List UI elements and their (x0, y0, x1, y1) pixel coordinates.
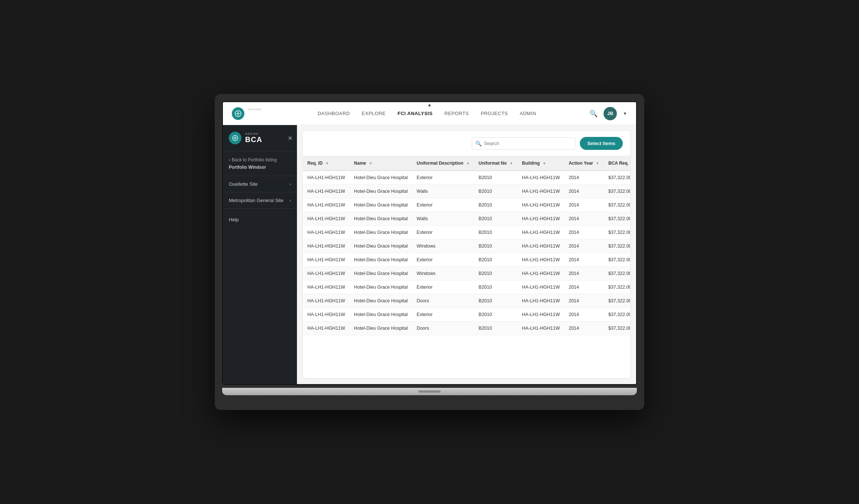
cell-action-year: 2014 (564, 198, 604, 212)
cell-bca-cost: $37,322.00 (604, 308, 630, 322)
sidebar-logo-bca: BCA (245, 135, 262, 144)
cell-name: Hotel-Dieu Grace Hospital (350, 198, 412, 212)
nav-admin[interactable]: ADMIN (520, 111, 536, 116)
cell-uniformat-desc: Walls (412, 185, 474, 198)
sort-icon: ▼ (596, 161, 599, 165)
cell-building: HA-LH1-HGH11W (518, 212, 564, 226)
nav-explore[interactable]: EXPLORE (362, 111, 386, 116)
nav-projects[interactable]: PROJECTS (481, 111, 508, 116)
cell-name: Hotel-Dieu Grace Hospital (350, 212, 412, 226)
table-row[interactable]: HA-LH1-HGH11W Hotel-Dieu Grace Hospital … (303, 185, 630, 198)
chevron-right-icon: › (290, 182, 291, 187)
table-row[interactable]: HA-LH1-HGH11W Hotel-Dieu Grace Hospital … (303, 198, 630, 212)
table-row[interactable]: HA-LH1-HGH11W Hotel-Dieu Grace Hospital … (303, 253, 630, 267)
sidebar: NADINE BCA ✕ ‹Back to Portfolio listing … (223, 125, 297, 384)
cell-name: Hotel-Dieu Grace Hospital (350, 185, 412, 198)
cell-action-year: 2014 (564, 322, 604, 335)
cell-req-id: HA-LH1-HGH11W (303, 198, 350, 212)
cell-req-id: HA-LH1-HGH11W (303, 212, 350, 226)
cell-bca-cost: $37,322.00 (604, 185, 630, 198)
cell-uniformat-no: B2010 (474, 239, 518, 253)
cell-building: HA-LH1-HGH11W (518, 239, 564, 253)
cell-bca-cost: $37,322.00 (604, 322, 630, 335)
sort-icon: ▼ (325, 161, 329, 165)
search-icon[interactable]: 🔍 (589, 110, 598, 118)
cell-name: Hotel-Dieu Grace Hospital (350, 226, 412, 239)
col-name[interactable]: Name ▼ (350, 156, 412, 171)
cell-uniformat-desc: Doors (412, 322, 474, 335)
cell-uniformat-desc: Windows (412, 267, 474, 280)
table-row[interactable]: HA-LH1-HGH11W Hotel-Dieu Grace Hospital … (303, 171, 630, 185)
cell-uniformat-no: B2010 (474, 226, 518, 239)
sort-icon: ▼ (542, 161, 546, 165)
cell-req-id: HA-LH1-HGH11W (303, 171, 350, 185)
sort-icon: ▼ (509, 161, 513, 165)
cell-bca-cost: $37,322.00 (604, 253, 630, 267)
cell-name: Hotel-Dieu Grace Hospital (350, 239, 412, 253)
table-row[interactable]: HA-LH1-HGH11W Hotel-Dieu Grace Hospital … (303, 212, 630, 226)
sidebar-back-link[interactable]: ‹Back to Portfolio listing Portfolio Win… (223, 151, 297, 176)
logo-nadine-text: NADINE (248, 108, 265, 111)
chevron-right-icon: › (290, 198, 291, 203)
col-action-year[interactable]: Action Year ▼ (564, 156, 604, 171)
cell-action-year: 2014 (564, 280, 604, 294)
cell-action-year: 2014 (564, 185, 604, 198)
col-building[interactable]: Building ▼ (518, 156, 564, 171)
table-row[interactable]: HA-LH1-HGH11W Hotel-Dieu Grace Hospital … (303, 239, 630, 253)
cell-uniformat-no: B2010 (474, 198, 518, 212)
cell-building: HA-LH1-HGH11W (518, 185, 564, 198)
portfolio-name: Portfolio Windsor (229, 164, 291, 171)
table-row[interactable]: HA-LH1-HGH11W Hotel-Dieu Grace Hospital … (303, 294, 630, 308)
sidebar-item-metropolitan[interactable]: Metropolitan General Site › (223, 192, 297, 209)
cell-action-year: 2014 (564, 226, 604, 239)
main-content: 🔍 Select Items Req. ID (297, 125, 636, 384)
sidebar-item-ouellette[interactable]: Ouellette Site › (223, 176, 297, 192)
cell-bca-cost: $37,322.00 (604, 171, 630, 185)
cell-uniformat-desc: Walls (412, 212, 474, 226)
cell-name: Hotel-Dieu Grace Hospital (350, 171, 412, 185)
cell-req-id: HA-LH1-HGH11W (303, 253, 350, 267)
cell-building: HA-LH1-HGH11W (518, 322, 564, 335)
col-uniformat-desc[interactable]: Uniformat Description ▼ (412, 156, 474, 171)
col-req-id[interactable]: Req. ID ▼ (303, 156, 350, 171)
search-icon: 🔍 (475, 141, 482, 147)
nav-reports[interactable]: REPORTS (444, 111, 469, 116)
nav-dashboard[interactable]: DASHBOARD (318, 111, 350, 116)
cell-bca-cost: $37,322.00 (604, 267, 630, 280)
cell-uniformat-desc: Exterior (412, 253, 474, 267)
sort-icon: ▼ (369, 161, 372, 165)
sidebar-logo-nadine: NADINE (245, 132, 262, 135)
cell-uniformat-no: B2010 (474, 185, 518, 198)
cell-name: Hotel-Dieu Grace Hospital (350, 308, 412, 322)
cell-bca-cost: $37,322.00 (604, 280, 630, 294)
cell-action-year: 2014 (564, 253, 604, 267)
chevron-down-icon[interactable]: ▼ (623, 111, 627, 116)
col-uniformat-no[interactable]: Uniformat No ▼ (474, 156, 518, 171)
content-card: 🔍 Select Items Req. ID (303, 131, 630, 378)
search-input[interactable] (472, 137, 575, 149)
col-bca-cost[interactable]: BCA Req. Cost ▼ (604, 156, 630, 171)
table-row[interactable]: HA-LH1-HGH11W Hotel-Dieu Grace Hospital … (303, 322, 630, 335)
close-icon[interactable]: ✕ (288, 135, 293, 142)
nav-fci-analysis[interactable]: FCI ANALYSIS (398, 111, 433, 116)
cell-action-year: 2014 (564, 171, 604, 185)
cell-uniformat-no: B2010 (474, 253, 518, 267)
table-row[interactable]: HA-LH1-HGH11W Hotel-Dieu Grace Hospital … (303, 267, 630, 280)
cell-uniformat-no: B2010 (474, 294, 518, 308)
nav-right: 🔍 JB ▼ (589, 107, 627, 120)
cell-bca-cost: $37,322.00 (604, 239, 630, 253)
sidebar-item-help[interactable]: Help (223, 212, 297, 228)
table-header-row: Req. ID ▼ Name ▼ Uniformat Description (303, 156, 630, 171)
cell-uniformat-desc: Exterior (412, 198, 474, 212)
toolbar: 🔍 Select Items (303, 131, 630, 156)
avatar[interactable]: JB (604, 107, 617, 120)
cell-name: Hotel-Dieu Grace Hospital (350, 253, 412, 267)
cell-req-id: HA-LH1-HGH11W (303, 267, 350, 280)
table-wrapper: Req. ID ▼ Name ▼ Uniformat Description (303, 156, 630, 378)
select-items-button[interactable]: Select Items (580, 137, 623, 150)
table-row[interactable]: HA-LH1-HGH11W Hotel-Dieu Grace Hospital … (303, 226, 630, 239)
cell-building: HA-LH1-HGH11W (518, 198, 564, 212)
cell-uniformat-no: B2010 (474, 171, 518, 185)
table-row[interactable]: HA-LH1-HGH11W Hotel-Dieu Grace Hospital … (303, 308, 630, 322)
table-row[interactable]: HA-LH1-HGH11W Hotel-Dieu Grace Hospital … (303, 280, 630, 294)
